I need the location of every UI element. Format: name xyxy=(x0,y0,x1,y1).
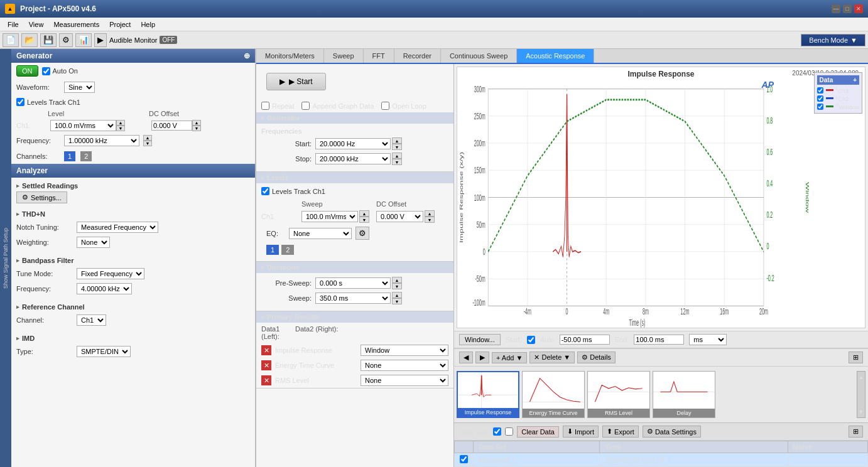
sweep-dur-select[interactable]: 350.0 ms xyxy=(315,293,391,304)
wc-start-input[interactable] xyxy=(560,335,610,345)
ch1-dc-input-up[interactable]: ▲ xyxy=(425,210,435,217)
thumb-impulse-response[interactable]: Impulse Response xyxy=(457,371,519,418)
primary-results-header[interactable]: Primary Results xyxy=(256,311,453,323)
stop-freq-select[interactable]: 20.0000 kHz xyxy=(315,153,391,164)
auto-on-checkbox[interactable] xyxy=(42,67,50,75)
menu-file[interactable]: File xyxy=(3,19,24,30)
tab-acoustic-response[interactable]: Acoustic Response xyxy=(517,49,594,63)
ch1-sweep-up[interactable]: ▲ xyxy=(359,210,369,217)
start-freq-select[interactable]: 20.0000 Hz xyxy=(315,138,391,149)
weighting-select[interactable]: None xyxy=(77,237,110,248)
open-button[interactable]: 📂 xyxy=(21,33,38,47)
export-button[interactable]: ⬆Export xyxy=(602,426,639,437)
ch1-button[interactable]: 1 xyxy=(64,151,75,161)
menu-help[interactable]: Help xyxy=(136,19,160,30)
result2-remove-button[interactable]: ✕ xyxy=(261,360,271,370)
generator-section-header[interactable]: Generator xyxy=(256,112,453,124)
menu-project[interactable]: Project xyxy=(104,19,136,30)
pre-sweep-down[interactable]: ▼ xyxy=(392,283,402,289)
add-button[interactable]: + Add ▼ xyxy=(492,352,527,363)
nav-back-button[interactable]: ◀ xyxy=(459,352,473,363)
thumbnails-scrollbar[interactable]: ▲ ▼ xyxy=(857,371,865,418)
wc-auto-checkbox[interactable] xyxy=(527,336,535,344)
stop-freq-up[interactable]: ▲ xyxy=(392,153,402,159)
delete-button[interactable]: ✕ Delete ▼ xyxy=(529,352,575,363)
ds-expand-button[interactable]: ⊞ xyxy=(849,426,863,437)
settings-button[interactable]: ⚙Settings... xyxy=(16,191,67,203)
row-checkbox[interactable] xyxy=(460,455,468,463)
ch2-num-button[interactable]: 2 xyxy=(281,245,294,255)
ch1-dc-input-down[interactable]: ▼ xyxy=(425,217,435,223)
audible-monitor-badge[interactable]: OFF xyxy=(160,36,177,44)
ch2-button[interactable]: 2 xyxy=(80,151,92,161)
ch1-dc-select[interactable]: 0.000 V xyxy=(376,211,423,222)
open-loop-checkbox[interactable] xyxy=(381,102,389,110)
settings-button[interactable]: ⚙ xyxy=(59,33,73,47)
nav-forward-button[interactable]: ▶ xyxy=(475,352,489,363)
ch1-sweep-select[interactable]: 100.0 mVrms xyxy=(301,211,358,222)
new-button[interactable]: 📄 xyxy=(3,33,19,47)
thumb-delay[interactable]: Delay xyxy=(653,371,715,418)
result1-select[interactable]: Window xyxy=(361,345,448,356)
result3-remove-button[interactable]: ✕ xyxy=(261,375,271,385)
legend-ch2-checkbox[interactable] xyxy=(817,95,823,102)
pre-sweep-up[interactable]: ▲ xyxy=(392,277,402,283)
wc-end-input[interactable] xyxy=(634,335,684,345)
repeat-checkbox[interactable] xyxy=(261,102,269,110)
maximize-button[interactable]: □ xyxy=(843,4,852,13)
minimize-button[interactable]: — xyxy=(832,4,840,13)
expand-button[interactable]: ⊞ xyxy=(849,352,863,363)
result2-select[interactable]: None xyxy=(361,360,448,371)
tab-sweep[interactable]: Sweep xyxy=(324,49,364,63)
generator-expand[interactable]: ⊕ xyxy=(244,51,250,60)
ch1-level-select[interactable]: 100.0 mVrms xyxy=(50,120,116,131)
start-freq-up[interactable]: ▲ xyxy=(392,137,402,144)
start-button[interactable]: ▶▶ Start xyxy=(266,73,326,90)
menu-measurements[interactable]: Measurements xyxy=(48,19,104,30)
import-button[interactable]: ⬇Import xyxy=(563,426,599,437)
ch1-level-up[interactable]: ▲ xyxy=(116,120,125,126)
start-freq-down[interactable]: ▼ xyxy=(392,144,402,150)
table-row[interactable]: Measured 1 2024/03/19 9:23:04 xyxy=(455,453,868,467)
ch1-dc-offset-input[interactable] xyxy=(151,121,192,131)
data-settings-button[interactable]: ⚙Data Settings xyxy=(643,426,701,437)
append-graph-checkbox[interactable] xyxy=(301,102,310,110)
save-button[interactable]: 💾 xyxy=(40,33,57,47)
ch1-dc-up[interactable]: ▲ xyxy=(192,120,201,126)
window-button[interactable]: Window... xyxy=(459,334,501,345)
waveform-select[interactable]: Sine xyxy=(64,82,95,93)
thumb-rms-level[interactable]: RMS Level xyxy=(587,371,650,418)
ch1-sweep-down[interactable]: ▼ xyxy=(359,217,369,223)
ch1-num-button[interactable]: 1 xyxy=(266,245,279,255)
sweep-dur-down[interactable]: ▼ xyxy=(392,298,402,304)
levels-section-header[interactable]: Levels xyxy=(256,172,453,183)
result1-remove-button[interactable]: ✕ xyxy=(261,345,271,355)
tune-mode-select[interactable]: Fixed Frequency xyxy=(77,268,144,279)
levels-track-checkbox[interactable] xyxy=(16,98,24,106)
legend-window-checkbox[interactable] xyxy=(817,104,823,110)
legend-ch1-checkbox[interactable] xyxy=(817,87,823,94)
tab-fft[interactable]: FFT xyxy=(364,49,394,63)
bp-frequency-select[interactable]: 4.00000 kHz xyxy=(77,283,132,294)
durations-section-header[interactable]: Durations xyxy=(256,262,453,273)
bench-mode-button[interactable]: Bench Mode ▼ xyxy=(801,34,865,46)
wc-end-unit-select[interactable]: ms xyxy=(689,334,727,345)
menu-view[interactable]: View xyxy=(24,19,49,30)
freq-down[interactable]: ▼ xyxy=(143,141,152,146)
datasets-checkbox1[interactable] xyxy=(493,427,501,436)
tab-recorder[interactable]: Recorder xyxy=(394,49,441,63)
eq-select[interactable]: None xyxy=(289,228,352,239)
datasets-checkbox2[interactable] xyxy=(505,427,513,436)
stop-freq-down[interactable]: ▼ xyxy=(392,159,402,165)
pre-sweep-select[interactable]: 0.000 s xyxy=(315,277,391,289)
levels-track-ch1-checkbox[interactable] xyxy=(261,187,269,195)
tab-monitors-meters[interactable]: Monitors/Meters xyxy=(256,49,324,63)
type-select[interactable]: SMPTE/DIN xyxy=(77,346,131,357)
frequency-select[interactable]: 1.00000 kHz xyxy=(64,135,139,146)
tab-continuous-sweep[interactable]: Continuous Sweep xyxy=(441,49,517,63)
result3-select[interactable]: None xyxy=(361,375,448,386)
play-button[interactable]: ▶ xyxy=(94,33,107,47)
sidebar-label[interactable]: Show Signal Path Setup xyxy=(0,49,11,467)
sweep-dur-up[interactable]: ▲ xyxy=(392,292,402,298)
freq-up[interactable]: ▲ xyxy=(143,135,152,141)
